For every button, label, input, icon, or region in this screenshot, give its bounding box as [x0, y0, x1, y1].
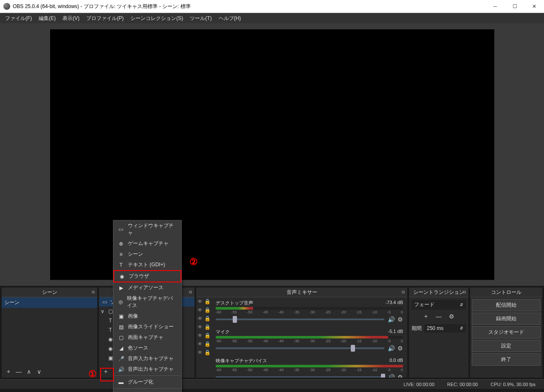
- menu-item[interactable]: 非推奨▶: [113, 389, 181, 392]
- mixer-channel: マイク-5.1 dB -60-55-50-45-40-35-30-25-20-1…: [216, 329, 403, 352]
- speaker-icon[interactable]: 🔊: [388, 316, 395, 323]
- menu-item[interactable]: ▬グループ化: [113, 377, 181, 387]
- menu-label: 画面キャプチャ: [128, 334, 163, 341]
- transitions-panel: シーントランジション ⧉ フェード ⇵ ＋ — ⚙ 期間 250 ms ⇵: [409, 288, 468, 378]
- menu-item[interactable]: ≡シーン: [113, 249, 181, 259]
- menu-item[interactable]: 🔊音声出力キャプチャ: [113, 364, 181, 375]
- menu-item[interactable]: ▶メディアソース: [113, 282, 181, 293]
- gear-icon[interactable]: ⚙: [397, 374, 403, 378]
- controls-header[interactable]: コントロール: [470, 288, 542, 297]
- channel-db: -5.1 dB: [388, 329, 403, 335]
- volume-slider[interactable]: [216, 319, 384, 320]
- scene-down-button[interactable]: ∨: [35, 367, 43, 376]
- minimize-button[interactable]: ─: [485, 0, 505, 13]
- menu-item[interactable]: Tテキスト (GDI+): [113, 259, 181, 270]
- menu-item[interactable]: ⊗ゲームキャプチャ: [113, 238, 181, 249]
- scene-item[interactable]: シーン: [2, 297, 97, 308]
- maximize-button[interactable]: ☐: [505, 0, 524, 13]
- transition-select[interactable]: フェード ⇵: [412, 300, 466, 310]
- lock-icon[interactable]: 🔒: [204, 307, 211, 313]
- popout-icon[interactable]: ⧉: [92, 290, 95, 295]
- channel-name: マイク: [216, 329, 230, 335]
- controls-panel: コントロール 配信開始 録画開始 スタジオモード 設定 終了: [470, 288, 542, 378]
- menu-label: ブラウザ: [129, 273, 149, 280]
- menu-item[interactable]: ◉ブラウザ: [113, 270, 181, 282]
- menu-item[interactable]: ◎映像キャプチャデバイス: [113, 293, 181, 311]
- start-streaming-button[interactable]: 配信開始: [472, 299, 541, 311]
- speaker-icon[interactable]: 🔊: [388, 374, 395, 378]
- mixer-body: 👁🔒 👁🔒 👁🔒 👁🔒 👁🔒 👁🔒 👁🔒 デスクトップ音声-73.4 dB -6…: [196, 297, 407, 378]
- channel-db: 0.0 dB: [389, 358, 403, 364]
- lock-icon[interactable]: 🔒: [204, 350, 211, 355]
- visibility-icon[interactable]: 👁: [197, 316, 203, 321]
- transitions-header[interactable]: シーントランジション ⧉: [409, 288, 468, 297]
- transition-props-button[interactable]: ⚙: [447, 312, 456, 321]
- gear-icon[interactable]: ⚙: [397, 345, 403, 352]
- menu-item[interactable]: ▭ウィンドウキャプチャ: [113, 220, 181, 238]
- menu-item[interactable]: ▣画像: [113, 311, 181, 321]
- menu-icon: ▢: [118, 335, 124, 341]
- menu-help[interactable]: ヘルプ(H): [215, 14, 245, 23]
- menu-scene-collection[interactable]: シーンコレクション(S): [127, 14, 186, 23]
- menu-edit[interactable]: 編集(E): [35, 14, 59, 23]
- volume-slider[interactable]: [216, 376, 384, 378]
- menu-label: テキスト (GDI+): [128, 261, 165, 268]
- close-button[interactable]: ✕: [524, 0, 544, 13]
- transitions-body: フェード ⇵ ＋ — ⚙ 期間 250 ms ⇵: [409, 297, 468, 335]
- visibility-icon[interactable]: 👁: [197, 350, 203, 355]
- menu-label: 画像: [128, 313, 138, 320]
- remove-scene-button[interactable]: —: [14, 367, 23, 376]
- popout-icon[interactable]: ⧉: [463, 290, 466, 295]
- lock-icon[interactable]: 🔒: [204, 324, 211, 330]
- visibility-icon[interactable]: 👁: [197, 333, 203, 338]
- speaker-icon[interactable]: 🔊: [388, 345, 395, 352]
- visibility-icon[interactable]: 👁: [197, 299, 203, 305]
- menu-profile[interactable]: プロファイル(P): [83, 14, 127, 23]
- menu-item[interactable]: ▢画面キャプチャ: [113, 332, 181, 343]
- remove-transition-button[interactable]: —: [434, 312, 443, 321]
- menu-icon: ▣: [118, 313, 124, 319]
- menu-label: ゲームキャプチャ: [128, 240, 169, 247]
- meter-ticks: -60-55-50-45-40-35-30-25-20-15-10-50: [216, 310, 403, 314]
- menu-tools[interactable]: ツール(T): [186, 14, 215, 23]
- menu-item[interactable]: ◢色ソース: [113, 343, 181, 353]
- menu-icon: ▤: [118, 324, 124, 330]
- duration-input[interactable]: 250 ms ⇵: [424, 324, 466, 333]
- start-recording-button[interactable]: 録画開始: [472, 313, 541, 325]
- window-title: OBS 25.0.4 (64-bit, windows) - プロファイル: ツ…: [13, 3, 485, 10]
- settings-button[interactable]: 設定: [472, 340, 541, 352]
- popout-icon[interactable]: ⧉: [402, 290, 405, 295]
- menu-icon: T: [118, 262, 124, 268]
- scene-up-button[interactable]: ∧: [25, 367, 33, 376]
- menu-file[interactable]: ファイル(F): [2, 14, 35, 23]
- status-cpu: CPU: 0.9%, 30.00 fps: [490, 382, 536, 387]
- lock-icon[interactable]: 🔒: [204, 341, 211, 347]
- menu-view[interactable]: 表示(V): [59, 14, 83, 23]
- menu-label: ウィンドウキャプチャ: [128, 222, 177, 237]
- mixer-channel: 映像キャプチャデバイス0.0 dB -60-55-50-45-40-35-30-…: [216, 358, 403, 378]
- studio-mode-button[interactable]: スタジオモード: [472, 326, 541, 338]
- volume-slider[interactable]: [216, 347, 384, 349]
- exit-button[interactable]: 終了: [472, 353, 541, 366]
- mixer-panel: 音声ミキサー ⧉ 👁🔒 👁🔒 👁🔒 👁🔒 👁🔒 👁🔒 👁🔒 デスクトップ音声-7…: [196, 288, 407, 378]
- menu-item[interactable]: ▤画像スライドショー: [113, 321, 181, 332]
- scenes-toolbar: ＋ — ∧ ∨: [2, 366, 97, 378]
- add-scene-button[interactable]: ＋: [4, 367, 13, 376]
- menu-icon: 🔊: [118, 367, 124, 372]
- scenes-header[interactable]: シーン ⧉: [2, 288, 97, 297]
- popout-icon[interactable]: ⧉: [189, 290, 192, 295]
- expand-icon[interactable]: ∨: [101, 308, 105, 314]
- scenes-list[interactable]: シーン: [2, 297, 97, 366]
- add-transition-button[interactable]: ＋: [422, 312, 430, 321]
- gear-icon[interactable]: ⚙: [397, 316, 403, 323]
- visibility-icon[interactable]: 👁: [197, 341, 203, 347]
- menu-item[interactable]: 🎤音声入力キャプチャ: [113, 353, 181, 364]
- visibility-icon[interactable]: 👁: [197, 324, 203, 330]
- lock-icon[interactable]: 🔒: [204, 299, 211, 305]
- audio-meter: [216, 365, 403, 367]
- mixer-header[interactable]: 音声ミキサー ⧉: [196, 288, 407, 297]
- visibility-icon[interactable]: 👁: [197, 307, 203, 313]
- lock-icon[interactable]: 🔒: [204, 333, 211, 338]
- add-source-menu[interactable]: ▭ウィンドウキャプチャ⊗ゲームキャプチャ≡シーンTテキスト (GDI+)◉ブラウ…: [113, 220, 182, 392]
- lock-icon[interactable]: 🔒: [204, 316, 211, 321]
